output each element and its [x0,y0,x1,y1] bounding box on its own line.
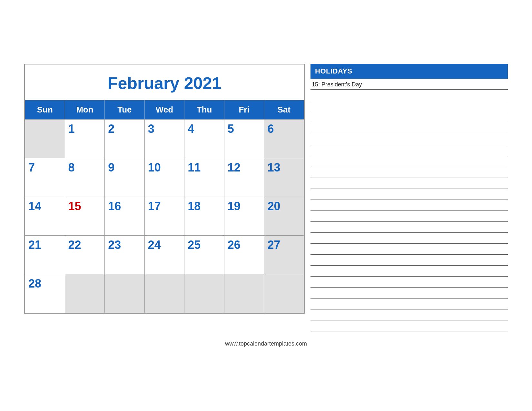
calendar-week-row: 14151617181920 [25,197,304,236]
calendar-day-cell: 28 [25,274,65,313]
note-line [310,112,508,123]
calendar-day-cell: 8 [65,158,105,197]
calendar-day-cell: 16 [105,197,145,236]
calendar-day-cell: 20 [264,197,304,236]
holiday-entry: 15: President's Day [310,79,508,90]
calendar-week-row: 28 [25,274,304,313]
calendar-day-cell: 6 [264,120,304,158]
calendar-day-cell [224,274,264,313]
calendar-day-cell [184,274,224,313]
calendar-day-cell: 2 [105,120,145,158]
calendar-day-cell: 14 [25,197,65,236]
calendar-day-cell [105,274,145,313]
note-line [310,222,508,233]
note-line [310,211,508,222]
sidebar: HOLIDAYS 15: President's Day [310,64,508,331]
calendar-day-cell [65,274,105,313]
calendar-day-cell: 21 [25,236,65,274]
calendar-day-cell: 11 [184,158,224,197]
header-sun: Sun [25,100,65,120]
header-sat: Sat [264,100,304,120]
note-line [310,156,508,167]
note-line [310,266,508,277]
calendar-week-row: 21222324252627 [25,236,304,274]
calendar-day-cell: 24 [144,236,184,274]
website-url: www.topcalendartemplates.com [225,340,307,347]
note-line [310,298,508,309]
calendar-week-row: 78910111213 [25,158,304,197]
footer: www.topcalendartemplates.com [225,340,307,347]
calendar-day-cell: 5 [224,120,264,158]
note-line [310,123,508,134]
calendar-day-cell: 13 [264,158,304,197]
header-wed: Wed [144,100,184,120]
note-line [310,145,508,156]
calendar-day-cell: 1 [65,120,105,158]
calendar-day-cell: 22 [65,236,105,274]
note-line [310,233,508,244]
notes-lines [310,90,508,331]
note-line [310,178,508,189]
calendar-day-cell: 26 [224,236,264,274]
calendar-day-cell: 4 [184,120,224,158]
note-line [310,90,508,101]
note-line [310,255,508,266]
page-outer: February 2021 Sun Mon Tue Wed Thu Fri Sa… [24,64,508,347]
note-line [310,167,508,178]
note-line [310,320,508,331]
calendar-day-cell: 27 [264,236,304,274]
calendar-day-cell: 12 [224,158,264,197]
note-line [310,134,508,145]
calendar-day-cell: 3 [144,120,184,158]
note-line [310,277,508,288]
calendar-day-cell [264,274,304,313]
weekday-header-row: Sun Mon Tue Wed Thu Fri Sat [25,100,304,120]
holidays-header: HOLIDAYS [310,64,508,79]
calendar-day-cell: 23 [105,236,145,274]
calendar-day-cell: 18 [184,197,224,236]
calendar-day-cell: 9 [105,158,145,197]
note-line [310,309,508,320]
calendar-day-cell [25,120,65,158]
calendar-wrapper: February 2021 Sun Mon Tue Wed Thu Fri Sa… [24,64,305,314]
calendar-grid: Sun Mon Tue Wed Thu Fri Sat 123456789101… [25,100,304,313]
calendar-day-cell: 25 [184,236,224,274]
note-line [310,244,508,255]
note-line [310,101,508,112]
calendar-day-cell [144,274,184,313]
header-mon: Mon [65,100,105,120]
calendar-week-row: 123456 [25,120,304,158]
calendar-day-cell: 19 [224,197,264,236]
calendar-day-cell: 10 [144,158,184,197]
note-line [310,189,508,200]
calendar-title: February 2021 [25,64,304,100]
calendar-day-cell: 17 [144,197,184,236]
note-line [310,200,508,211]
calendar-day-cell: 15 [65,197,105,236]
header-tue: Tue [105,100,145,120]
main-container: February 2021 Sun Mon Tue Wed Thu Fri Sa… [24,64,508,331]
header-fri: Fri [224,100,264,120]
calendar-day-cell: 7 [25,158,65,197]
header-thu: Thu [184,100,224,120]
note-line [310,288,508,298]
